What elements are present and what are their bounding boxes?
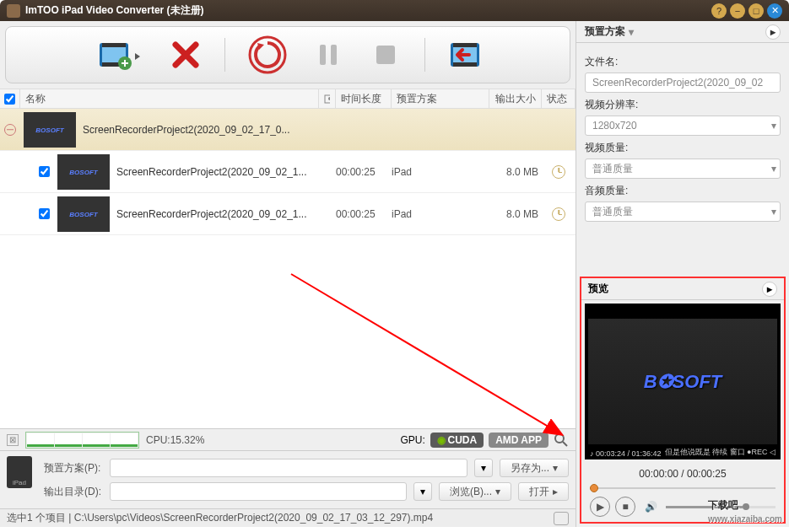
- titlebar: ImTOO iPad Video Converter (未注册) ? − □ ✕: [0, 0, 789, 21]
- col-size[interactable]: 输出大小: [489, 89, 542, 108]
- play-button[interactable]: ▶: [590, 497, 610, 517]
- svg-rect-8: [376, 46, 395, 64]
- svg-rect-11: [453, 43, 477, 47]
- output-dropdown[interactable]: ▾: [413, 482, 432, 501]
- minimize-button[interactable]: −: [730, 3, 745, 19]
- device-icon: [7, 456, 32, 488]
- col-duration[interactable]: 时间长度: [336, 89, 392, 108]
- resolution-field[interactable]: 1280x720▾: [585, 116, 781, 136]
- preview-header: 预览 ▸: [581, 278, 784, 300]
- zoom-icon[interactable]: [554, 433, 569, 448]
- preview-seek-slider[interactable]: [590, 485, 775, 492]
- file-name: ScreenRecorderProject2(2020_09_02_17_0..…: [79, 124, 336, 136]
- browse-button[interactable]: 浏览(B)... ▾: [439, 482, 511, 501]
- audio-quality-field[interactable]: 普通质量▾: [585, 202, 781, 222]
- row-checkbox[interactable]: [39, 208, 50, 219]
- output-button[interactable]: [446, 36, 483, 73]
- pause-button[interactable]: [310, 36, 347, 73]
- saveas-button[interactable]: 另存为... ▾: [500, 459, 569, 477]
- filename-field[interactable]: ScreenRecorderProject2(2020_09_02: [585, 73, 781, 93]
- main-toolbar: [5, 26, 570, 83]
- pending-icon: [552, 207, 565, 221]
- thumbnail: [57, 196, 110, 232]
- thumbnail: [24, 112, 76, 148]
- filename-label: 文件名:: [585, 55, 781, 69]
- list-header: 名称 时间长度 预置方案 输出大小 状态: [0, 89, 576, 109]
- help-button[interactable]: ?: [711, 3, 727, 19]
- preview-controls: ▶ ■ 🔊: [581, 492, 784, 522]
- output-field[interactable]: [110, 482, 407, 501]
- window-title: ImTOO iPad Video Converter (未注册): [25, 3, 711, 18]
- audio-quality-label: 音频质量:: [585, 184, 781, 198]
- amd-badge[interactable]: AMD APP: [489, 433, 549, 448]
- preset-dropdown[interactable]: ▾: [474, 459, 493, 477]
- col-name[interactable]: 名称: [20, 89, 319, 108]
- remove-button[interactable]: [167, 36, 204, 73]
- svg-point-15: [555, 434, 564, 443]
- preview-video[interactable]: B✪SOFT ♪ 00:03:24 / 01:36:42 但是他说既是 待续 窗…: [585, 304, 781, 459]
- preset-label: 预置方案(P):: [44, 461, 103, 476]
- window-buttons: ? − □ ✕: [711, 3, 782, 19]
- list-item[interactable]: ScreenRecorderProject2(2020_09_02_1... 0…: [0, 193, 576, 235]
- status-button[interactable]: [554, 512, 569, 525]
- svg-rect-12: [453, 62, 477, 67]
- collapse-icon[interactable]: [4, 124, 16, 136]
- resolution-label: 视频分辨率:: [585, 98, 781, 112]
- properties-panel: 文件名: ScreenRecorderProject2(2020_09_02 视…: [576, 43, 789, 228]
- preview-panel: 预览 ▸ B✪SOFT ♪ 00:03:24 / 01:36:42 但是他说既是…: [580, 277, 786, 524]
- file-list: ScreenRecorderProject2(2020_09_02_17_0..…: [0, 109, 576, 428]
- panel-collapse-button[interactable]: ▸: [765, 24, 781, 40]
- select-all-checkbox[interactable]: [4, 94, 15, 105]
- svg-rect-7: [331, 45, 337, 65]
- statusbar: 选中1 个项目 | C:\Users\pc\Videos\ScreenRecor…: [0, 508, 576, 527]
- col-snapshot-icon[interactable]: [319, 89, 336, 108]
- close-button[interactable]: ✕: [767, 3, 782, 19]
- file-name: ScreenRecorderProject2(2020_09_02_1...: [113, 208, 336, 220]
- svg-line-16: [563, 442, 567, 446]
- preview-collapse-button[interactable]: ▸: [762, 282, 777, 297]
- bottom-panel: 预置方案(P): ▾ 另存为... ▾ 输出目录(D): ▾ 浏览(B)... …: [0, 450, 576, 508]
- volume-button[interactable]: 🔊: [640, 497, 661, 517]
- svg-point-14: [328, 97, 330, 100]
- preset-panel-header: 预置方案 ▾ ▸: [576, 21, 789, 43]
- volume-slider[interactable]: [666, 506, 775, 508]
- open-button[interactable]: 打开 ▸: [518, 482, 569, 501]
- preset-field[interactable]: [110, 459, 467, 477]
- gpu-label: GPU:: [400, 434, 424, 446]
- list-item[interactable]: ScreenRecorderProject2(2020_09_02_1... 0…: [0, 151, 576, 193]
- col-status[interactable]: 状态: [542, 89, 576, 108]
- remove-row-icon[interactable]: ⊠: [7, 434, 19, 446]
- status-text: 选中1 个项目 | C:\Users\pc\Videos\ScreenRecor…: [7, 511, 433, 525]
- col-preset[interactable]: 预置方案: [392, 89, 489, 108]
- output-label: 输出目录(D):: [44, 485, 103, 499]
- maximize-button[interactable]: □: [748, 3, 764, 19]
- thumbnail: [57, 154, 110, 190]
- cpu-graph: [25, 432, 139, 449]
- cpu-label: CPU:15.32%: [146, 434, 204, 446]
- stop-preview-button[interactable]: ■: [615, 497, 635, 517]
- list-item[interactable]: ScreenRecorderProject2(2020_09_02_17_0..…: [0, 109, 576, 151]
- svg-rect-2: [102, 43, 126, 47]
- convert-button[interactable]: [246, 33, 289, 77]
- preview-time: 00:00:00 / 00:00:25: [581, 463, 784, 485]
- video-quality-field[interactable]: 普通质量▾: [585, 159, 781, 179]
- file-name: ScreenRecorderProject2(2020_09_02_1...: [113, 166, 336, 178]
- app-icon: [7, 4, 20, 18]
- pending-icon: [552, 165, 565, 179]
- row-checkbox[interactable]: [39, 166, 50, 177]
- stop-button[interactable]: [367, 36, 404, 73]
- add-file-button[interactable]: [93, 36, 147, 73]
- cpu-bar: ⊠ CPU:15.32% GPU: ◉ CUDA AMD APP: [0, 428, 576, 450]
- video-quality-label: 视频质量:: [585, 141, 781, 155]
- svg-rect-6: [320, 45, 326, 65]
- cuda-badge[interactable]: ◉ CUDA: [430, 433, 484, 448]
